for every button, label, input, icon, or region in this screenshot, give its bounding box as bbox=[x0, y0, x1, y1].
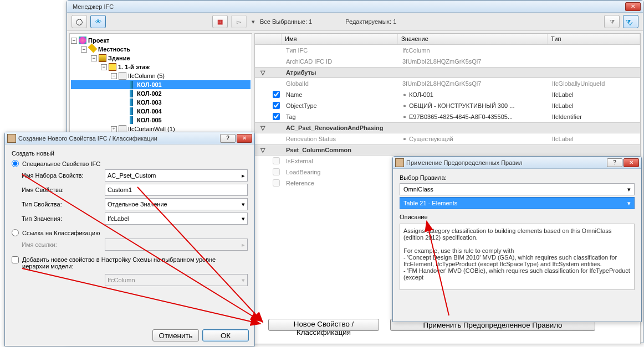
chevron-down-icon: ▾ bbox=[242, 277, 245, 284]
chevron-down-icon[interactable]: ▾ bbox=[627, 186, 631, 193]
pset-name-field[interactable]: AC_Pset_Custom▸ bbox=[105, 169, 248, 182]
property-type-combo[interactable]: Отдельное Значение▾ bbox=[105, 198, 248, 210]
toolbar: ◯ 👁 ▦ ▻ ▾ Все Выбранные: 1 Редактируемых… bbox=[67, 13, 643, 31]
link-icon: ⚭ bbox=[402, 103, 407, 109]
app-icon bbox=[395, 158, 404, 167]
row-objecttype[interactable]: ObjectType⚭ОБЩИЙ - КОНСТРУКТИВНЫЙ 300 ..… bbox=[255, 100, 640, 111]
toolbar-btn-1[interactable]: ◯ bbox=[71, 15, 87, 28]
row-globalid[interactable]: GlobalId3fUmDbI2L8HQZmGrK5sQl7IfcGloball… bbox=[255, 78, 640, 89]
tree-col-001[interactable]: КОЛ-001 bbox=[71, 80, 251, 89]
tree-site[interactable]: −Местность bbox=[71, 45, 251, 54]
toolbar-btn-check[interactable]: ⧩✓ bbox=[623, 15, 638, 28]
create-new-label: Создать новый bbox=[12, 150, 248, 157]
property-name-field[interactable]: Custom1 bbox=[105, 184, 248, 196]
link-icon: ⚭ bbox=[402, 136, 407, 142]
chevron-down-icon[interactable]: ▾ bbox=[252, 18, 255, 25]
status-selected: Все Выбранные: 1 bbox=[260, 18, 312, 25]
tree-col-004[interactable]: КОЛ-004 bbox=[71, 107, 251, 116]
row-ifc-id[interactable]: ArchiCAD IFC ID3fUmDbI2L8HQZmGrK5sQl7 bbox=[255, 56, 640, 67]
tree-col-003[interactable]: КОЛ-003 bbox=[71, 98, 251, 107]
tree-ifccolumn-group[interactable]: −IfcColumn (5) bbox=[71, 71, 251, 80]
ifc-entity-combo: IfcColumn▾ bbox=[105, 274, 248, 286]
toolbar-btn-flag[interactable]: ▻ bbox=[231, 15, 247, 28]
help-icon[interactable]: ? bbox=[607, 158, 622, 167]
dialog-title: Применение Предопределенных Правил bbox=[406, 159, 605, 166]
row-name[interactable]: Name⚭КОЛ-001IfcLabel bbox=[255, 89, 640, 100]
radio-special-property[interactable] bbox=[12, 160, 19, 167]
toolbar-btn-view[interactable]: 👁 bbox=[90, 15, 106, 28]
close-icon[interactable]: ✕ bbox=[625, 2, 641, 11]
close-icon[interactable]: ✕ bbox=[623, 158, 639, 167]
link-icon: ⚭ bbox=[402, 92, 407, 98]
row-renovation-status[interactable]: Renovation Status⚭СуществующийIfcLabel bbox=[255, 133, 640, 144]
row-ifc-type[interactable]: Тип IFCIfcColumn bbox=[255, 45, 640, 56]
description-label: Описание bbox=[400, 214, 635, 220]
new-property-button[interactable]: Новое Свойство / Классификация bbox=[268, 319, 379, 331]
link-icon: ⚭ bbox=[402, 114, 407, 120]
tree-col-002[interactable]: КОЛ-002 bbox=[71, 89, 251, 98]
group-renovation[interactable]: ▽AC_Pset_RenovationAndPhasing bbox=[255, 122, 640, 133]
tree-project[interactable]: −Проект bbox=[71, 36, 251, 45]
chevron-down-icon[interactable]: ▾ bbox=[242, 201, 245, 208]
radio-classification-ref[interactable] bbox=[12, 229, 19, 236]
value-type-combo[interactable]: IfcLabel▾ bbox=[105, 213, 248, 225]
close-icon[interactable]: ✕ bbox=[237, 134, 252, 143]
grid-header: Имя Значение Тип bbox=[255, 34, 640, 45]
app-icon bbox=[7, 134, 16, 143]
dialog-title: Создание Нового Свойства IFC / Классифик… bbox=[18, 135, 218, 142]
apply-rules-dialog: Применение Предопределенных Правил ? ✕ В… bbox=[392, 156, 642, 322]
chevron-right-icon[interactable]: ▸ bbox=[242, 172, 245, 179]
chevron-right-icon: ▸ bbox=[242, 241, 245, 248]
new-property-dialog: Создание Нового Свойства IFC / Классифик… bbox=[4, 132, 255, 346]
group-columncommon[interactable]: ▽Pset_ColumnCommon bbox=[255, 144, 640, 156]
cancel-button[interactable]: Отменить bbox=[152, 329, 199, 341]
add-to-schema-checkbox[interactable] bbox=[12, 256, 19, 263]
titlebar: Менеджер IFC ✕ bbox=[67, 1, 643, 13]
chevron-down-icon[interactable]: ▾ bbox=[627, 200, 631, 207]
toolbar-btn-filter[interactable]: ⧩ bbox=[604, 15, 620, 28]
toolbar-btn-select[interactable]: ▦ bbox=[212, 15, 228, 28]
tree-col-005[interactable]: КОЛ-005 bbox=[71, 116, 251, 125]
chevron-down-icon[interactable]: ▾ bbox=[242, 215, 245, 222]
description-text: Assigns category classification to build… bbox=[400, 224, 635, 290]
link-name-field: ▸ bbox=[105, 239, 248, 251]
tree-building[interactable]: −Здание bbox=[71, 54, 251, 63]
ok-button[interactable]: ОК bbox=[202, 329, 249, 341]
status-editable: Редактируемых: 1 bbox=[345, 18, 396, 25]
group-attributes[interactable]: ▽Атрибуты bbox=[255, 67, 640, 78]
row-tag[interactable]: Tag⚭E97B0365-4825-4845-A8F0-435505...Ifc… bbox=[255, 111, 640, 122]
rule-table-combo[interactable]: Table 21 - Elements▾ bbox=[400, 197, 635, 209]
tree-floor[interactable]: −1. 1-й этаж bbox=[71, 63, 251, 71]
help-icon[interactable]: ? bbox=[220, 134, 236, 143]
choose-rule-label: Выбор Правила: bbox=[400, 174, 635, 181]
window-title: Менеджер IFC bbox=[69, 3, 623, 10]
rule-system-combo[interactable]: OmniClass▾ bbox=[400, 183, 635, 195]
